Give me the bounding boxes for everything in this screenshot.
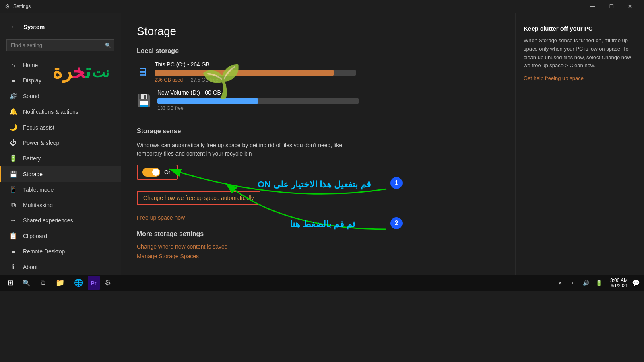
tray-chevron-icon[interactable]: ∧	[555, 277, 566, 288]
sidebar-item-label: Power & sleep	[23, 140, 59, 146]
sidebar-item-label: Storage	[23, 171, 43, 177]
drive-c-free: 27.5 GB free	[191, 77, 218, 83]
local-storage-title: Local storage	[137, 47, 499, 55]
drive-d-free: 133 GB free	[157, 105, 184, 111]
manage-storage-link[interactable]: Manage Storage Spaces	[137, 253, 499, 259]
page-title: Storage	[137, 25, 499, 38]
sidebar-item-storage[interactable]: 💾 Storage	[0, 166, 121, 182]
free-up-space-link[interactable]: Free up space now	[137, 214, 499, 221]
sidebar-item-multitasking[interactable]: ⧉ Multitasking	[0, 197, 121, 213]
change-content-link[interactable]: Change where new content is saved	[137, 243, 499, 250]
taskbar-explorer-app[interactable]: 📁	[51, 276, 69, 290]
storage-sense-toggle[interactable]	[142, 168, 160, 177]
sidebar-item-shared[interactable]: ↔ Shared experiences	[0, 213, 121, 228]
sidebar-section-label: System	[23, 23, 45, 30]
tray-battery-icon[interactable]: 🔋	[593, 277, 605, 288]
notification-button[interactable]: 💬	[630, 275, 642, 291]
clipboard-icon: 📋	[9, 232, 17, 240]
restore-button[interactable]: ❐	[602, 0, 621, 13]
sidebar-item-label: Clipboard	[23, 233, 47, 239]
clock-time: 3:00 AM	[610, 278, 628, 283]
sidebar-item-label: Shared experiences	[23, 217, 73, 224]
sidebar-item-notifications[interactable]: 🔔 Notifications & actions	[0, 104, 121, 119]
remote-icon: 🖥	[9, 248, 17, 255]
toggle-label: On	[164, 169, 172, 175]
sidebar-item-label: About	[23, 264, 38, 270]
sidebar-header: ← System	[0, 13, 121, 36]
about-icon: ℹ	[9, 263, 17, 271]
sidebar-item-power[interactable]: ⏻ Power & sleep	[0, 135, 121, 150]
drive-c-stats: 236 GB used 27.5 GB free	[155, 77, 499, 83]
right-panel: Keep clutter off your PC When Storage se…	[515, 13, 644, 275]
storage-sense-title: Storage sense	[137, 128, 499, 135]
sidebar-item-display[interactable]: 🖥 Display	[0, 73, 121, 88]
close-button[interactable]: ✕	[621, 0, 639, 13]
tray-network-icon[interactable]: ε	[568, 277, 579, 288]
titlebar: ⚙ Settings — ❐ ✕	[0, 0, 644, 13]
minimize-button[interactable]: —	[584, 0, 602, 13]
home-icon: ⌂	[9, 62, 17, 69]
drive-d-bar-bg	[157, 98, 359, 104]
battery-icon: 🔋	[9, 154, 17, 162]
drive-c-row: 🖥 This PC (C:) - 264 GB 236 GB used 27.5…	[137, 61, 499, 83]
drive-c-name: This PC (C:) - 264 GB	[155, 61, 499, 68]
toggle-row[interactable]: On	[137, 165, 178, 180]
more-settings-title: More storage settings	[137, 230, 499, 238]
app-body: ← System 🔍 ⌂ Home 🖥 Display 🔊 Sound 🔔	[0, 13, 644, 275]
sidebar-item-label: Multitasking	[23, 202, 53, 208]
change-how-button[interactable]: Change how we free up space automaticall…	[137, 191, 260, 205]
drive-c-icon: 🖥	[137, 66, 148, 79]
sidebar-item-focus[interactable]: 🌙 Focus assist	[0, 119, 121, 135]
start-button[interactable]: ⊞	[2, 275, 19, 291]
sidebar-item-label: Tablet mode	[23, 187, 54, 193]
divider-1	[137, 119, 499, 119]
sidebar-item-battery[interactable]: 🔋 Battery	[0, 150, 121, 166]
drive-d-bar-fill	[157, 98, 258, 104]
shared-icon: ↔	[9, 217, 17, 224]
search-box[interactable]: 🔍	[6, 39, 114, 51]
sidebar-item-tablet[interactable]: 📱 Tablet mode	[0, 182, 121, 197]
task-view-button[interactable]: ⧉	[35, 275, 51, 291]
sidebar-item-about[interactable]: ℹ About	[0, 259, 121, 275]
taskbar-chrome-app[interactable]: 🌐	[69, 276, 88, 290]
search-icon: 🔍	[105, 43, 111, 48]
sidebar-item-label: Home	[23, 62, 38, 68]
drive-d-info: New Volume (D:) - 00 GB 133 GB free	[157, 89, 499, 111]
tray-volume-icon[interactable]: 🔊	[580, 277, 592, 288]
storage-icon: 💾	[9, 170, 17, 178]
sidebar-item-label: Display	[23, 77, 41, 84]
drive-d-icon: 💾	[137, 94, 151, 107]
right-panel-title: Keep clutter off your PC	[524, 25, 632, 32]
sidebar-item-remote[interactable]: 🖥 Remote Desktop	[0, 244, 121, 259]
clock[interactable]: 3:00 AM 6/1/2021	[608, 278, 630, 288]
back-button[interactable]: ←	[8, 21, 19, 32]
focus-icon: 🌙	[9, 123, 17, 131]
drive-c-used: 236 GB used	[155, 77, 183, 83]
titlebar-title: Settings	[13, 4, 31, 9]
taskbar-premiere-app[interactable]: Pr	[88, 276, 100, 290]
main-content: Storage Local storage 🖥 This PC (C:) - 2…	[121, 13, 515, 275]
settings-icon: ⚙	[5, 3, 10, 10]
drive-d-row: 💾 New Volume (D:) - 00 GB 133 GB free	[137, 89, 499, 111]
drive-c-bar-fill	[155, 70, 334, 76]
sound-icon: 🔊	[9, 92, 17, 100]
taskbar-settings-app[interactable]: ⚙	[100, 276, 116, 290]
drive-d-name: New Volume (D:) - 00 GB	[157, 89, 499, 96]
get-help-link[interactable]: Get help freeing up space	[524, 75, 584, 81]
drive-d-stats: 133 GB free	[157, 105, 499, 111]
search-input[interactable]	[6, 39, 114, 51]
drive-c-info: This PC (C:) - 264 GB 236 GB used 27.5 G…	[155, 61, 499, 83]
sidebar: ← System 🔍 ⌂ Home 🖥 Display 🔊 Sound 🔔	[0, 13, 121, 275]
drive-c-bar-bg	[155, 70, 356, 76]
sidebar-item-label: Focus assist	[23, 124, 54, 131]
sidebar-item-label: Notifications & actions	[23, 109, 78, 115]
storage-sense-desc: Windows can automatically free up space …	[137, 141, 358, 158]
power-icon: ⏻	[9, 139, 17, 146]
sidebar-item-home[interactable]: ⌂ Home	[0, 58, 121, 73]
sidebar-item-sound[interactable]: 🔊 Sound	[0, 88, 121, 104]
sidebar-item-label: Sound	[23, 93, 39, 99]
taskbar: ⊞ 🔍 ⧉ 📁 🌐 Pr ⚙ ∧ ε 🔊 🔋 3:00 AM 6/1/2021 …	[0, 275, 644, 291]
notifications-icon: 🔔	[9, 108, 17, 115]
sidebar-item-clipboard[interactable]: 📋 Clipboard	[0, 228, 121, 244]
search-taskbar-button[interactable]: 🔍	[19, 275, 35, 291]
